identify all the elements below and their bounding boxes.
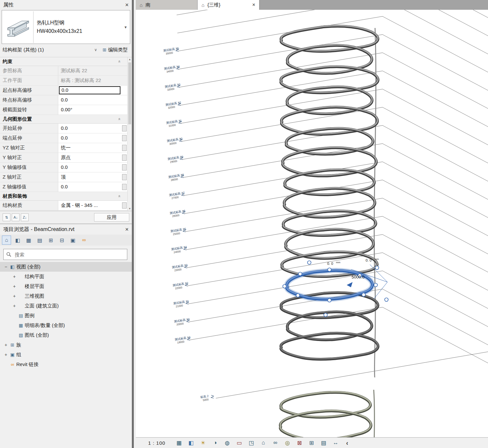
drag-handle[interactable] xyxy=(362,293,366,297)
associate-parameter-button[interactable] xyxy=(122,174,127,180)
families-icon[interactable]: ⊟ xyxy=(57,236,66,245)
lock-view-icon[interactable]: ⌂ xyxy=(260,440,267,446)
rendering-icon[interactable]: ◍ xyxy=(224,440,231,446)
level-label[interactable]: 测试标高 2828000 xyxy=(168,173,185,182)
drag-handle[interactable] xyxy=(283,285,286,288)
level-label[interactable]: 测试标高 2424000 xyxy=(171,245,188,254)
tree-item[interactable]: ∞Revit 链接 xyxy=(0,360,132,369)
search-box[interactable] xyxy=(3,249,127,260)
tree-item[interactable]: +结构平面 xyxy=(0,272,132,281)
selection-layer[interactable]: 0. 0mm0. 0mm5000.0 xyxy=(283,258,388,317)
property-value[interactable]: 0.00° xyxy=(58,105,128,115)
level-label[interactable]: 测试标高 2222000 xyxy=(172,281,189,290)
views-icon[interactable]: ◧ xyxy=(13,236,22,245)
level-label[interactable]: 测试标高 3030000 xyxy=(166,137,183,146)
tree-item[interactable]: +三维视图 xyxy=(0,291,132,301)
property-value[interactable]: 原点 xyxy=(58,153,128,162)
shadows-icon[interactable]: ◑ xyxy=(212,440,219,446)
collapse-icon[interactable]: « xyxy=(115,60,123,62)
sort-desc-icon[interactable]: Z↓ xyxy=(21,213,29,221)
property-value[interactable]: 0.0 xyxy=(58,95,128,105)
level-label[interactable]: 测试标高 3434000 xyxy=(163,65,180,74)
detail-level-icon[interactable]: ▦ xyxy=(175,440,183,446)
properties-scrollbar[interactable]: ▲ ▼ xyxy=(127,57,132,211)
tree-item[interactable]: ▤图例 xyxy=(0,311,132,320)
edit-type-button[interactable]: ⊞ 编辑类型 xyxy=(100,46,130,54)
type-dropdown-arrow-icon[interactable]: ▾ xyxy=(124,25,127,30)
tree-item[interactable]: +▣组 xyxy=(0,350,132,360)
property-value[interactable]: 顶 xyxy=(58,172,128,182)
drag-handle[interactable] xyxy=(296,294,300,297)
drag-handle[interactable] xyxy=(375,266,379,270)
expand-icon[interactable]: + xyxy=(12,293,17,299)
tree-item[interactable]: +楼层平面 xyxy=(0,281,132,291)
property-value[interactable]: 0.0 xyxy=(58,86,128,95)
beams-layer[interactable] xyxy=(280,26,378,438)
property-value[interactable]: 0.0 xyxy=(58,133,128,143)
collapse-icon[interactable]: − xyxy=(3,264,8,269)
3d-viewport[interactable]: 测试标高 3535000测试标高 3434000测试标高 3333000测试标高… xyxy=(136,10,488,438)
scale-control[interactable]: 1 : 100 xyxy=(148,440,165,446)
show-crop-icon[interactable]: ◳ xyxy=(248,440,255,446)
type-selector[interactable]: 热轧LH型钢 HW400x400x13x21 ▾ xyxy=(2,10,130,44)
associate-parameter-button[interactable] xyxy=(122,135,127,141)
expand-icon[interactable]: + xyxy=(12,284,17,289)
drag-handle[interactable] xyxy=(385,298,388,302)
revit-link-icon[interactable]: ∞ xyxy=(79,236,89,245)
groups-icon[interactable]: ▣ xyxy=(68,236,77,245)
section-header[interactable]: 材质和装饰« xyxy=(0,192,128,201)
expand-icon[interactable]: + xyxy=(12,303,17,308)
section-header[interactable]: 约束« xyxy=(0,57,128,66)
temp-view-icon[interactable]: ⊠ xyxy=(296,440,303,446)
focused-value-input[interactable]: 0.0 xyxy=(59,86,120,94)
scroll-up-icon[interactable]: ▲ xyxy=(128,58,132,61)
home-icon[interactable]: ⌂ xyxy=(2,236,11,245)
scroll-down-icon[interactable]: ▼ xyxy=(128,207,132,210)
drag-handle[interactable] xyxy=(308,261,311,265)
expand-icon[interactable]: + xyxy=(3,342,8,347)
level-label[interactable]: 测试标高 2727000 xyxy=(168,191,185,200)
sort-asc-icon[interactable]: A↓ xyxy=(12,213,20,221)
worksharing-icon[interactable]: ▤ xyxy=(320,440,327,446)
associate-parameter-button[interactable] xyxy=(122,155,127,161)
level-label[interactable]: 测试标高 3131000 xyxy=(166,119,183,128)
level-label[interactable]: 测试标高 3232000 xyxy=(165,101,182,110)
tree-item[interactable]: −◧视图 (全部) xyxy=(0,262,132,272)
level-label[interactable]: 测试标高 2626000 xyxy=(169,209,186,218)
crop-view-icon[interactable]: ▭ xyxy=(236,440,243,446)
tab-3d[interactable]: ⌂ {三维} × xyxy=(198,0,259,10)
level-label[interactable]: 测试标高 1919000 xyxy=(174,336,191,345)
associate-parameter-button[interactable] xyxy=(122,125,127,131)
chevron-down-icon[interactable]: ∨ xyxy=(94,48,97,52)
property-value[interactable]: 测试标高 22 xyxy=(58,66,128,75)
section-header[interactable]: 结构« xyxy=(0,210,128,211)
tree-item[interactable]: ▦明细表/数量 (全部) xyxy=(0,320,132,330)
tree-item[interactable]: +⊞族 xyxy=(0,340,132,350)
visual-style-icon[interactable]: ◧ xyxy=(188,440,195,446)
close-browser-icon[interactable]: × xyxy=(125,226,129,232)
close-properties-icon[interactable]: × xyxy=(125,2,129,8)
associate-parameter-button[interactable] xyxy=(122,164,127,170)
3d-canvas[interactable]: 测试标高 3535000测试标高 3434000测试标高 3333000测试标高… xyxy=(136,10,488,438)
property-value[interactable]: 金属 - 钢 - 345 ... xyxy=(58,201,128,210)
section-header[interactable]: 几何图形位置« xyxy=(0,115,128,124)
scrollbar-thumb[interactable] xyxy=(128,62,131,124)
tab-south[interactable]: ⌂ 南 xyxy=(136,0,198,10)
level-label[interactable]: 测试标高 2323000 xyxy=(171,264,188,272)
sheets-icon[interactable]: ▤ xyxy=(35,236,44,245)
level-label[interactable]: 测试标高 2929000 xyxy=(167,155,184,164)
associate-parameter-button[interactable] xyxy=(122,184,127,190)
level-label[interactable]: 测试标高 3333000 xyxy=(164,83,181,92)
associate-parameter-button[interactable] xyxy=(122,202,127,209)
level-label[interactable]: 测试标高 2020000 xyxy=(174,318,190,326)
property-value[interactable]: 0.0 xyxy=(58,182,128,192)
reveal-hidden-icon[interactable]: ◎ xyxy=(284,440,291,446)
expand-chevron-icon[interactable]: ‹ xyxy=(346,439,348,447)
close-tab-icon[interactable]: × xyxy=(252,2,255,8)
detail-views-icon[interactable]: ⊞ xyxy=(46,236,55,245)
sort-menu-icon[interactable]: ⇅ xyxy=(3,213,10,221)
expand-icon[interactable]: + xyxy=(3,352,8,357)
drag-handle[interactable] xyxy=(374,283,378,287)
level-label[interactable]: 测试标高 3535000 xyxy=(163,47,180,56)
level-label[interactable]: 测试标高 2525000 xyxy=(170,227,187,236)
